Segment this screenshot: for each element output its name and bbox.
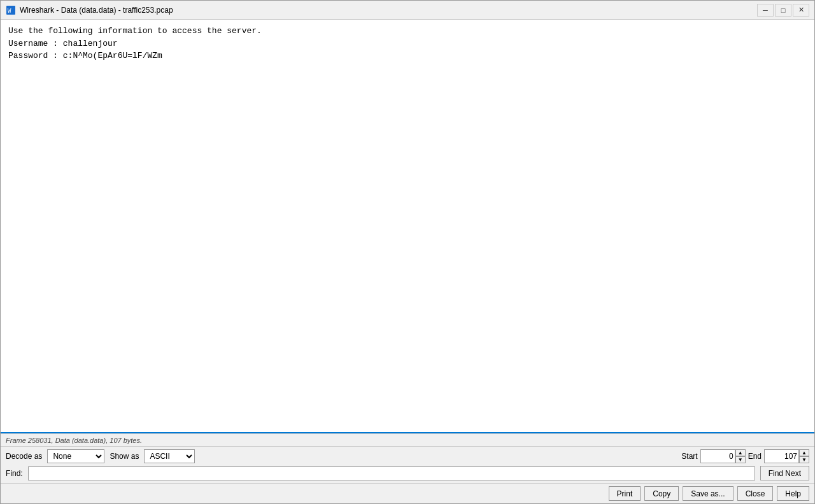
find-label: Find: [6,469,23,478]
help-button[interactable]: Help [777,486,809,501]
save-as-button[interactable]: Save as... [683,486,733,501]
svg-text:W: W [8,8,11,14]
main-window: W Wireshark - Data (data.data) - traffic… [0,0,815,504]
end-down-btn[interactable]: ▼ [799,456,809,463]
packet-data-content: Use the following information to access … [1,20,814,433]
action-buttons-row: Print Copy Save as... Close Help [1,483,814,503]
title-bar: W Wireshark - Data (data.data) - traffic… [1,1,814,20]
show-as-select[interactable]: ASCII [144,449,195,463]
show-as-label: Show as [110,452,139,461]
close-window-button[interactable]: ✕ [793,4,809,17]
minimize-button[interactable]: ─ [757,4,774,17]
copy-button[interactable]: Copy [644,486,679,501]
status-text: Frame 258031, Data (data.data), 107 byte… [6,437,142,444]
start-label: Start [681,452,697,461]
start-end-group: Start ▲ ▼ End ▲ ▼ [681,449,809,463]
packet-text: Use the following information to access … [8,25,807,62]
decode-show-row: Decode as None Show as ASCII Start ▲ ▼ E… [6,449,809,463]
end-label: End [748,452,762,461]
start-up-btn[interactable]: ▲ [735,449,746,456]
find-row: Find: Find Next [6,466,809,480]
decode-as-select[interactable]: None [47,449,104,463]
start-spinner: ▲ ▼ [735,449,746,463]
maximize-button[interactable]: □ [775,4,791,17]
find-next-button[interactable]: Find Next [760,466,809,480]
decode-as-label: Decode as [6,452,42,461]
end-input[interactable] [764,449,799,463]
start-input[interactable] [700,449,735,463]
status-bar: Frame 258031, Data (data.data), 107 byte… [1,433,814,446]
app-icon: W [6,5,16,15]
close-button[interactable]: Close [737,486,774,501]
print-button[interactable]: Print [609,486,641,501]
end-up-btn[interactable]: ▲ [799,449,809,456]
window-title: Wireshark - Data (data.data) - traffic25… [20,6,173,15]
bottom-controls: Decode as None Show as ASCII Start ▲ ▼ E… [1,446,814,483]
find-input[interactable] [28,466,755,480]
start-spinner-wrapper: ▲ ▼ [700,449,746,463]
end-spinner-wrapper: ▲ ▼ [764,449,809,463]
title-bar-left: W Wireshark - Data (data.data) - traffic… [6,5,173,15]
title-bar-controls: ─ □ ✕ [757,4,809,17]
end-spinner: ▲ ▼ [799,449,809,463]
start-down-btn[interactable]: ▼ [735,456,746,463]
